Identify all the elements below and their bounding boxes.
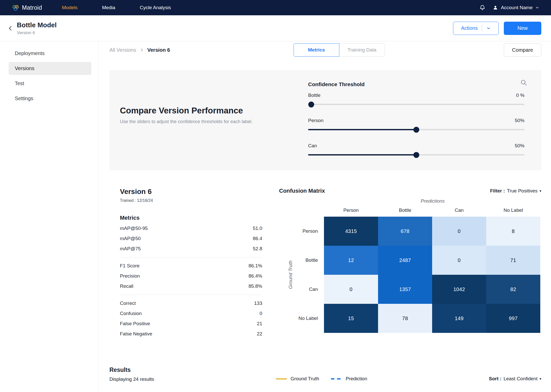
nav-item-media[interactable]: Media bbox=[102, 5, 115, 10]
sidebar-item-test[interactable]: Test bbox=[9, 77, 91, 90]
slider-value: 50% bbox=[515, 143, 524, 149]
sort-label: Sort : bbox=[489, 376, 502, 382]
metric-value: 85.8% bbox=[248, 283, 262, 289]
filter-dropdown[interactable]: Filter : True Positives ▾ bbox=[490, 188, 541, 194]
compare-button[interactable]: Compare bbox=[504, 43, 541, 57]
predictions-axis-label: Predictions bbox=[279, 198, 541, 204]
matrix-cell[interactable]: 12 bbox=[324, 246, 378, 275]
metric-label: Confusion bbox=[120, 311, 142, 316]
slider-label: Bottle bbox=[308, 93, 321, 98]
matrix-cell[interactable]: 997 bbox=[486, 304, 540, 333]
slider-head: Can50% bbox=[308, 143, 524, 149]
tab-metrics[interactable]: Metrics bbox=[294, 43, 339, 57]
metric-value: 51.0 bbox=[253, 226, 262, 231]
confusion-matrix-title: Confusion Matrix bbox=[279, 188, 325, 194]
metric-value: 22 bbox=[257, 331, 262, 337]
nav-item-models[interactable]: Models bbox=[62, 5, 78, 10]
header-actions: Actions New bbox=[453, 22, 541, 35]
version-title: Version 6 bbox=[120, 188, 262, 196]
metric-groups: mAP@50-9551.0mAP@5086.4mAP@7552.8F1 Scor… bbox=[120, 223, 262, 339]
slider-value: 50% bbox=[515, 118, 524, 123]
slider-handle[interactable] bbox=[413, 127, 419, 133]
slider-track[interactable] bbox=[308, 154, 524, 155]
brand[interactable]: Matroid bbox=[12, 4, 42, 11]
metric-row: Confusion0 bbox=[120, 308, 262, 319]
metric-row: F1 Score86.1% bbox=[120, 261, 262, 271]
matrix-cell[interactable]: 8 bbox=[486, 217, 540, 246]
main-content: All Versions Version 6 Metrics Training … bbox=[99, 41, 551, 392]
metric-label: False Negative bbox=[120, 331, 152, 337]
metric-value: 86.4 bbox=[253, 236, 262, 241]
account-menu[interactable]: Account Name bbox=[493, 5, 539, 10]
back-chevron-icon[interactable] bbox=[8, 25, 17, 31]
metric-row: mAP@5086.4 bbox=[120, 233, 262, 244]
legend-swatch bbox=[276, 378, 287, 380]
matrix-cell[interactable]: 149 bbox=[432, 304, 486, 333]
slider-value: 0 % bbox=[516, 93, 524, 98]
metric-label: mAP@50 bbox=[120, 236, 141, 241]
metric-value: 0 bbox=[259, 311, 262, 316]
slider-bottle: Bottle0 % bbox=[308, 93, 524, 105]
sidebar-item-settings[interactable]: Settings bbox=[9, 92, 91, 105]
matrix-cell[interactable]: 0 bbox=[432, 217, 486, 246]
matrix-cell[interactable]: 71 bbox=[486, 246, 540, 275]
metric-row: False Negative22 bbox=[120, 329, 262, 339]
matrix-corner bbox=[279, 207, 324, 217]
metric-value: 52.8 bbox=[253, 246, 262, 252]
slider-track[interactable] bbox=[308, 104, 524, 105]
content-topbar: All Versions Version 6 Metrics Training … bbox=[109, 41, 541, 59]
metric-value: 21 bbox=[257, 321, 262, 326]
slider-handle[interactable] bbox=[413, 152, 419, 158]
matrix-cell[interactable]: 1357 bbox=[378, 275, 432, 304]
brand-name: Matroid bbox=[22, 4, 42, 11]
breadcrumb-all-versions[interactable]: All Versions bbox=[109, 47, 136, 53]
search-magnifier-icon[interactable] bbox=[520, 79, 528, 87]
matrix-cell[interactable]: 0 bbox=[432, 246, 486, 275]
results-count: Displaying 24 results bbox=[109, 376, 154, 382]
matrix-cell[interactable]: 15 bbox=[324, 304, 378, 333]
slider-label: Can bbox=[308, 143, 317, 149]
sort-dropdown[interactable]: Sort : Least Confident ▾ bbox=[489, 376, 541, 382]
matrix-cell[interactable]: 678 bbox=[378, 217, 432, 246]
metric-row: Recall85.8% bbox=[120, 281, 262, 291]
matrix-col-header: No Label bbox=[486, 207, 540, 217]
matrix-row-label: Can bbox=[279, 275, 324, 304]
matrix-cell[interactable]: 1042 bbox=[432, 275, 486, 304]
actions-button[interactable]: Actions bbox=[453, 22, 499, 35]
sidebar-item-deployments[interactable]: Deployments bbox=[9, 47, 91, 60]
metric-label: mAP@50-95 bbox=[120, 226, 148, 231]
slider-track[interactable] bbox=[308, 129, 524, 130]
matrix-col-headers: PersonBottleCanNo Label bbox=[279, 207, 541, 217]
slider-fill bbox=[308, 129, 416, 130]
matrix-cell[interactable]: 82 bbox=[486, 275, 540, 304]
notifications-bell-icon[interactable] bbox=[479, 5, 485, 11]
metric-row: mAP@50-9551.0 bbox=[120, 223, 262, 233]
slider-label: Person bbox=[308, 118, 323, 123]
matrix-row: Can01357104282 bbox=[279, 275, 541, 304]
metric-label: Correct bbox=[120, 300, 136, 306]
nav-item-cycle-analysis[interactable]: Cycle Analysis bbox=[140, 5, 171, 10]
matrix-row-label: Bottle bbox=[279, 246, 324, 275]
metrics-heading: Metrics bbox=[120, 215, 262, 221]
confusion-matrix: PersonBottleCanNo Label Person431567808B… bbox=[279, 207, 541, 333]
metric-label: Precision bbox=[120, 273, 140, 279]
confidence-threshold-title: Confidence Threshold bbox=[308, 81, 524, 87]
breadcrumb-current: Version 6 bbox=[147, 47, 170, 53]
actions-divider bbox=[482, 25, 482, 32]
matrix-cell[interactable]: 2487 bbox=[378, 246, 432, 275]
matrix-cell[interactable]: 4315 bbox=[324, 217, 378, 246]
matrix-row: No Label1578149997 bbox=[279, 304, 541, 333]
legend-item-ground-truth: Ground Truth bbox=[276, 376, 319, 382]
legend-item-prediction: Prediction bbox=[331, 376, 367, 382]
actions-button-label: Actions bbox=[461, 25, 478, 31]
title-block: Bottle Model Version 6 bbox=[17, 21, 57, 35]
slider-fill bbox=[308, 154, 416, 155]
matrix-cell[interactable]: 78 bbox=[378, 304, 432, 333]
new-button[interactable]: New bbox=[504, 22, 541, 35]
slider-handle[interactable] bbox=[308, 101, 314, 107]
matrix-cell[interactable]: 0 bbox=[324, 275, 378, 304]
metric-row: Precision86.4% bbox=[120, 271, 262, 281]
tab-training-data[interactable]: Training Data bbox=[339, 43, 385, 57]
results-heading-block: Results Displaying 24 results bbox=[109, 367, 154, 382]
sidebar-item-versions[interactable]: Versions bbox=[9, 62, 91, 75]
